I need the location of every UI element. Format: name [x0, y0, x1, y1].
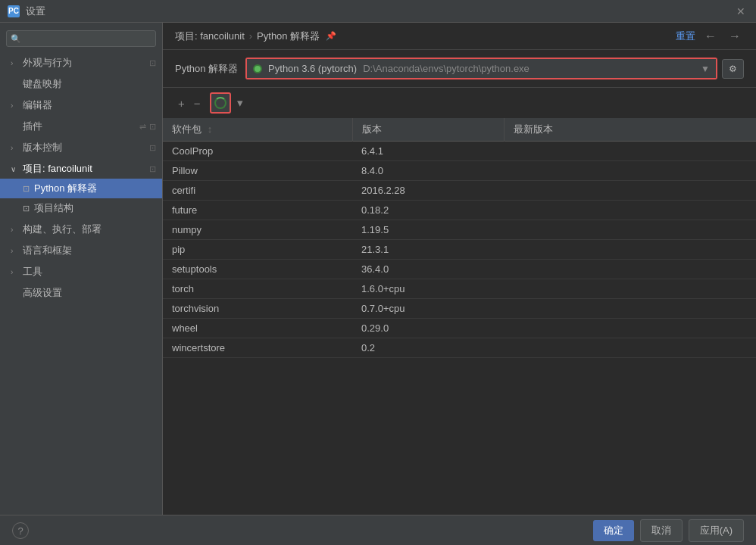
table-row[interactable]: pip 21.3.1 [163, 240, 756, 260]
sidebar: 🔍 › 外观与行为 ⊡ 键盘映射 › 编辑器 [0, 23, 163, 515]
package-name: wincertstore [163, 338, 352, 358]
arrow-icon: › [11, 226, 20, 234]
table-row[interactable]: setuptools 36.4.0 [163, 260, 756, 279]
table-row[interactable]: wincertstore 0.2 [163, 338, 756, 358]
reset-button[interactable]: 重置 [676, 30, 695, 43]
sidebar-item-editor[interactable]: › 编辑器 [0, 95, 162, 115]
package-latest [504, 279, 756, 299]
bottom-bar: ? 确定 取消 应用(A) [0, 515, 756, 545]
package-version: 0.7.0+cpu [352, 299, 504, 319]
close-button[interactable]: ✕ [733, 4, 748, 19]
package-latest [504, 319, 756, 338]
arrow-icon: › [11, 59, 20, 67]
package-latest [504, 240, 756, 260]
package-name: certifi [163, 181, 352, 201]
more-options-button[interactable]: ▾ [234, 95, 246, 111]
table-row[interactable]: certifi 2016.2.28 [163, 181, 756, 201]
sidebar-item-languages[interactable]: › 语言和框架 [0, 241, 162, 260]
sidebar-item-plugins[interactable]: 插件 ⇌ ⊡ [0, 117, 162, 136]
sidebar-section-advanced: 高级设置 [0, 283, 162, 303]
content-area: 项目: fancoilunit › Python 解释器 📌 重置 ← → Py… [163, 23, 756, 515]
sidebar-item-appearance[interactable]: › 外观与行为 ⊡ [0, 53, 162, 73]
package-latest [504, 181, 756, 201]
structure-icon: ⊡ [23, 204, 30, 213]
icon-indicator: ⊡ [149, 164, 156, 174]
interpreter-select[interactable]: Python 3.6 (pytorch) D:\Anaconda\envs\py… [247, 59, 716, 78]
arrow-icon: ∨ [11, 165, 20, 173]
sidebar-item-label: 语言和框架 [23, 244, 72, 257]
search-input[interactable] [6, 30, 156, 47]
sidebar-child-label: Python 解释器 [34, 182, 97, 195]
package-name: numpy [163, 220, 352, 240]
package-version: 1.6.0+cpu [352, 279, 504, 299]
packages-table: 软件包 ↕ 版本 最新版本 CoolProp 6.4.1 [163, 118, 756, 358]
help-button[interactable]: ? [12, 522, 29, 539]
sidebar-child-project-structure[interactable]: ⊡ 项目结构 [0, 198, 162, 218]
remove-package-button[interactable]: − [191, 95, 204, 111]
arrow-icon: › [11, 247, 20, 255]
package-latest [504, 161, 756, 181]
sidebar-item-keymap[interactable]: 键盘映射 [0, 74, 162, 94]
package-name: torchvision [163, 299, 352, 319]
interpreter-settings-button[interactable]: ⚙ [722, 59, 744, 79]
sidebar-section-build: › 构建、执行、部署 [0, 220, 162, 239]
confirm-button[interactable]: 确定 [593, 520, 634, 541]
interpreter-select-wrapper: Python 3.6 (pytorch) D:\Anaconda\envs\py… [245, 58, 717, 79]
arrow-icon: › [11, 144, 20, 152]
settings-icon: ⊡ [149, 122, 156, 132]
cancel-button[interactable]: 取消 [640, 519, 683, 542]
package-latest [504, 299, 756, 319]
sidebar-item-build[interactable]: › 构建、执行、部署 [0, 220, 162, 239]
package-version: 8.4.0 [352, 161, 504, 181]
table-row[interactable]: numpy 1.19.5 [163, 220, 756, 240]
sidebar-item-advanced[interactable]: 高级设置 [0, 283, 162, 303]
sidebar-item-label: 外观与行为 [23, 56, 72, 70]
main-layout: 🔍 › 外观与行为 ⊡ 键盘映射 › 编辑器 [0, 23, 756, 515]
sidebar-item-tools[interactable]: › 工具 [0, 262, 162, 282]
nav-back-button[interactable]: ← [701, 30, 720, 43]
table-row[interactable]: Pillow 8.4.0 [163, 161, 756, 181]
plugin-icons: ⇌ ⊡ [139, 122, 156, 132]
table-row[interactable]: torchvision 0.7.0+cpu [163, 299, 756, 319]
package-latest [504, 142, 756, 161]
pin-icon: 📌 [326, 31, 336, 41]
col-header-name[interactable]: 软件包 ↕ [163, 118, 352, 142]
window-title: 设置 [26, 5, 45, 18]
app-icon: PC [8, 5, 20, 17]
add-package-button[interactable]: + [175, 95, 188, 111]
sidebar-item-label: 编辑器 [23, 98, 52, 112]
package-name: pip [163, 240, 352, 260]
apply-button[interactable]: 应用(A) [689, 519, 744, 542]
package-version: 21.3.1 [352, 240, 504, 260]
content-header: 项目: fancoilunit › Python 解释器 📌 重置 ← → [163, 23, 756, 50]
sidebar-search[interactable]: 🔍 [6, 30, 156, 47]
package-version: 1.19.5 [352, 220, 504, 240]
sidebar-section-keymap: 键盘映射 [0, 74, 162, 94]
sidebar-item-label: 工具 [23, 265, 42, 279]
packages-tbody: CoolProp 6.4.1 Pillow 8.4.0 certifi 2016… [163, 142, 756, 358]
sidebar-child-label: 项目结构 [34, 201, 73, 215]
sidebar-item-vcs[interactable]: › 版本控制 ⊡ [0, 138, 162, 157]
table-row[interactable]: future 0.18.2 [163, 201, 756, 220]
interpreter-row: Python 解释器 Python 3.6 (pytorch) D:\Anaco… [163, 50, 756, 88]
sort-icon: ↕ [208, 123, 213, 135]
arrow-icon: › [11, 268, 20, 276]
table-row[interactable]: CoolProp 6.4.1 [163, 142, 756, 161]
table-row[interactable]: torch 1.6.0+cpu [163, 279, 756, 299]
col-header-latest[interactable]: 最新版本 [504, 118, 756, 142]
arrow-icon: › [11, 101, 20, 110]
package-version: 6.4.1 [352, 142, 504, 161]
table-row[interactable]: wheel 0.29.0 [163, 319, 756, 338]
col-header-version[interactable]: 版本 [352, 118, 504, 142]
package-latest [504, 201, 756, 220]
package-name: wheel [163, 319, 352, 338]
icon-indicator: ⊡ [149, 143, 156, 153]
nav-forward-button[interactable]: → [726, 30, 744, 43]
sidebar-item-project[interactable]: ∨ 项目: fancoilunit ⊡ [0, 159, 162, 179]
sidebar-child-python-interpreter[interactable]: ⊡ Python 解释器 [0, 179, 162, 198]
package-version: 0.18.2 [352, 201, 504, 220]
table-header: 软件包 ↕ 版本 最新版本 [163, 118, 756, 142]
sidebar-item-label: 项目: fancoilunit [23, 162, 92, 176]
sidebar-section-vcs: › 版本控制 ⊡ [0, 138, 162, 157]
loading-indicator [210, 92, 231, 114]
